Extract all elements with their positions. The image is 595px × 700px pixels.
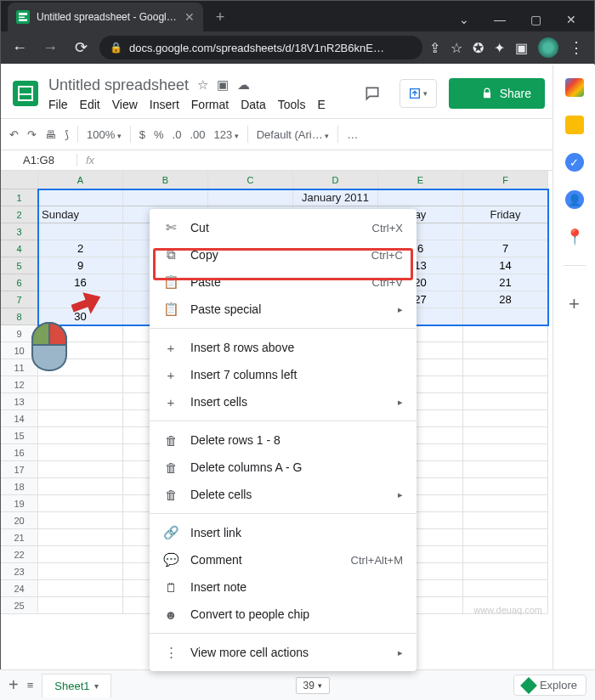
menu-edit[interactable]: Edit <box>80 98 100 111</box>
menu-view[interactable]: View <box>112 98 138 111</box>
cell[interactable] <box>38 393 123 410</box>
cell[interactable]: 28 <box>463 291 548 308</box>
cell[interactable] <box>463 512 548 529</box>
cell[interactable]: 14 <box>463 257 548 274</box>
cell[interactable] <box>463 444 548 461</box>
menu-data[interactable]: Data <box>241 98 266 111</box>
sheets-logo-icon[interactable] <box>9 73 42 114</box>
cell[interactable] <box>463 495 548 512</box>
caret-down-icon[interactable]: ⌄ <box>456 13 472 26</box>
row-header[interactable]: 7 <box>1 291 38 308</box>
ctx-insert-rows[interactable]: + Insert 8 rows above <box>150 334 416 361</box>
cell[interactable] <box>463 189 548 206</box>
cell[interactable]: 21 <box>463 274 548 291</box>
nav-reload-button[interactable]: ⟳ <box>69 36 93 59</box>
cell[interactable]: 9 <box>38 257 123 274</box>
paint-format-button[interactable]: ⟆ <box>65 128 69 141</box>
cell[interactable] <box>38 597 123 614</box>
row-header[interactable]: 17 <box>1 461 38 478</box>
ctx-delete-rows[interactable]: 🗑 Delete rows 1 - 8 <box>150 426 416 454</box>
row-header[interactable]: 13 <box>1 393 38 410</box>
puzzle-icon[interactable]: ✦ <box>494 40 505 56</box>
col-header-d[interactable]: D <box>293 171 378 189</box>
cloud-status-icon[interactable]: ☁ <box>237 77 250 93</box>
row-header[interactable]: 3 <box>1 223 38 240</box>
col-header-e[interactable]: E <box>378 171 463 189</box>
cell[interactable] <box>38 189 123 206</box>
present-button[interactable]: ▾ <box>400 79 437 108</box>
menu-insert[interactable]: Insert <box>150 98 179 111</box>
row-header[interactable]: 14 <box>1 410 38 427</box>
cell[interactable] <box>463 342 548 359</box>
cell[interactable] <box>463 376 548 393</box>
row-header[interactable]: 22 <box>1 546 38 563</box>
cell[interactable]: Friday <box>463 206 548 223</box>
tasks-addon-icon[interactable]: ✓ <box>565 153 584 172</box>
all-sheets-button[interactable]: ≡ <box>27 679 34 692</box>
profile-avatar-icon[interactable] <box>538 37 558 58</box>
cell[interactable] <box>463 427 548 444</box>
url-input[interactable]: 🔒 docs.google.com/spreadsheets/d/18V1nR2… <box>99 36 422 59</box>
row-header[interactable]: 12 <box>1 376 38 393</box>
calendar-addon-icon[interactable] <box>565 78 584 97</box>
ctx-copy[interactable]: ⧉ Copy Ctrl+C <box>150 241 416 268</box>
cell[interactable] <box>38 563 123 580</box>
ctx-insert-cols[interactable]: + Insert 7 columns left <box>150 361 416 388</box>
toolbar-more-button[interactable]: … <box>347 128 358 141</box>
sheet-tab-sheet1[interactable]: Sheet1 ▾ <box>42 674 111 697</box>
contacts-addon-icon[interactable]: 👤 <box>565 190 584 209</box>
cell[interactable] <box>463 580 548 597</box>
ctx-comment[interactable]: 💬 Comment Ctrl+Alt+M <box>150 546 416 573</box>
cell[interactable]: Sunday <box>38 206 123 223</box>
ctx-insert-cells[interactable]: + Insert cells ▸ <box>150 388 416 415</box>
select-all-corner[interactable] <box>1 171 38 189</box>
get-addons-button[interactable]: + <box>569 293 580 315</box>
col-header-b[interactable]: B <box>123 171 208 189</box>
row-header[interactable]: 15 <box>1 427 38 444</box>
cell[interactable] <box>38 223 123 240</box>
menu-file[interactable]: File <box>48 98 68 111</box>
result-counter[interactable]: 39▾ <box>296 677 330 694</box>
cell[interactable] <box>38 376 123 393</box>
row-header[interactable]: 20 <box>1 512 38 529</box>
cell[interactable] <box>38 427 123 444</box>
ctx-insert-link[interactable]: 🔗 Insert link <box>150 519 416 546</box>
cell[interactable] <box>463 308 548 325</box>
cell[interactable] <box>38 478 123 495</box>
cell[interactable]: 16 <box>38 274 123 291</box>
window-close-icon[interactable]: ✕ <box>564 13 579 26</box>
cell[interactable] <box>463 461 548 478</box>
share-page-icon[interactable]: ⇪ <box>429 40 440 56</box>
new-tab-button[interactable]: + <box>208 5 232 29</box>
maps-addon-icon[interactable]: 📍 <box>565 228 584 246</box>
cell[interactable] <box>208 189 293 206</box>
menu-extensions[interactable]: E <box>317 98 325 111</box>
ctx-delete-cols[interactable]: 🗑 Delete columns A - G <box>150 454 416 481</box>
row-header[interactable]: 6 <box>1 274 38 291</box>
zoom-dropdown[interactable]: 100% <box>87 128 122 141</box>
redo-button[interactable]: ↷ <box>27 128 37 141</box>
ctx-insert-note[interactable]: 🗒 Insert note <box>150 573 416 601</box>
cell[interactable] <box>38 410 123 427</box>
share-button[interactable]: Share <box>449 78 545 109</box>
cell[interactable] <box>38 546 123 563</box>
cell[interactable] <box>378 189 463 206</box>
keep-addon-icon[interactable] <box>565 116 584 134</box>
ctx-more-actions[interactable]: ⋮ View more cell actions ▸ <box>150 639 416 666</box>
bookmark-icon[interactable]: ☆ <box>450 40 462 56</box>
browser-menu-icon[interactable]: ⋮ <box>569 38 584 57</box>
cell[interactable] <box>38 512 123 529</box>
cell[interactable] <box>463 529 548 546</box>
row-header[interactable]: 4 <box>1 240 38 257</box>
explore-button[interactable]: Explore <box>513 675 586 696</box>
name-box[interactable]: A1:G8 <box>1 154 77 167</box>
ctx-cut[interactable]: ✄ Cut Ctrl+X <box>150 214 416 241</box>
col-header-a[interactable]: A <box>38 171 123 189</box>
tab-close-icon[interactable]: ✕ <box>184 10 195 24</box>
ctx-delete-cells[interactable]: 🗑 Delete cells ▸ <box>150 481 416 508</box>
col-header-c[interactable]: C <box>208 171 293 189</box>
ctx-paste-special[interactable]: 📋 Paste special ▸ <box>150 296 416 323</box>
format-currency-button[interactable]: $ <box>139 128 145 141</box>
cell[interactable] <box>463 393 548 410</box>
row-header[interactable]: 5 <box>1 257 38 274</box>
